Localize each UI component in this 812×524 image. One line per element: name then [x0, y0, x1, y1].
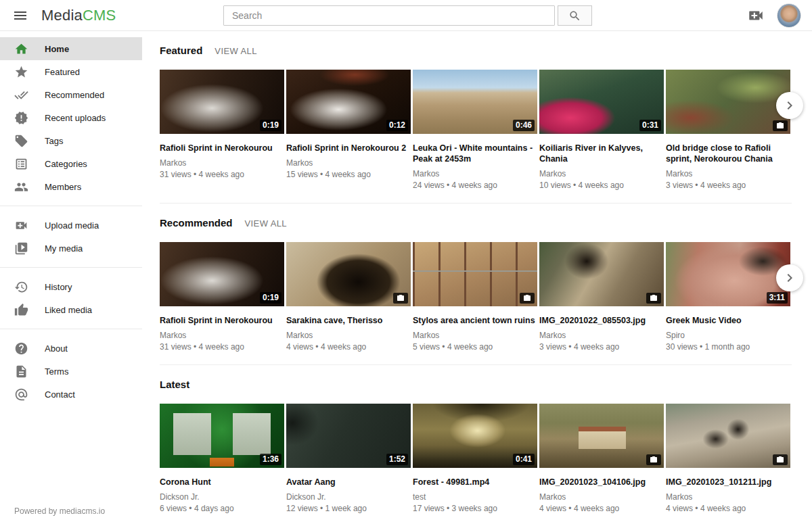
scroll-right-button[interactable]	[776, 264, 803, 291]
media-thumbnail[interactable]	[286, 242, 411, 306]
sidebar-item-home[interactable]: Home	[0, 37, 142, 60]
media-card: 0:46 Leuka Ori - White mountains - Peak …	[413, 70, 537, 190]
media-author[interactable]: Dickson Jr.	[286, 492, 411, 502]
view-all-link[interactable]: VIEW ALL	[245, 218, 287, 229]
categories-icon	[14, 157, 28, 171]
media-meta: 3 views • 4 weeks ago	[666, 181, 790, 190]
search-bar	[223, 5, 592, 26]
media-meta: 10 views • 4 weeks ago	[539, 181, 664, 190]
media-thumbnail[interactable]: 1:36	[160, 404, 284, 468]
media-card: IMG_20201023_101211.jpg Markos 4 views •…	[666, 404, 790, 513]
video-upload-icon[interactable]	[747, 7, 765, 24]
media-author[interactable]: test	[413, 492, 537, 502]
duration-badge: 0:31	[639, 120, 661, 131]
sidebar-item-history[interactable]: History	[0, 275, 142, 298]
sidebar-item-contact[interactable]: Contact	[0, 383, 142, 406]
media-card: 0:31 Koiliaris River in Kalyves, Chania …	[539, 70, 664, 190]
sidebar-item-label: Liked media	[45, 305, 92, 315]
view-all-link[interactable]: VIEW ALL	[215, 46, 256, 56]
media-title[interactable]: IMG_20201022_085503.jpg	[539, 315, 664, 326]
media-meta: 4 views • 4 weeks ago	[666, 504, 790, 513]
media-thumbnail[interactable]: 0:41	[413, 404, 537, 468]
photo-badge	[393, 293, 408, 304]
media-title[interactable]: Forest - 49981.mp4	[413, 477, 537, 487]
media-title[interactable]: Stylos area ancient town ruins	[413, 315, 537, 326]
media-thumbnail[interactable]: 3:11	[666, 242, 790, 306]
media-meta: 4 views • 4 weeks ago	[286, 342, 411, 352]
sidebar-item-tags[interactable]: Tags	[0, 129, 142, 152]
media-author[interactable]: Markos	[539, 331, 664, 340]
media-author[interactable]: Markos	[286, 331, 411, 340]
section-title: Recommended	[160, 217, 233, 229]
media-thumbnail[interactable]: 0:31	[539, 70, 664, 134]
media-author[interactable]: Markos	[286, 158, 411, 168]
media-thumbnail[interactable]	[539, 242, 664, 306]
media-title[interactable]: Leuka Ori - White mountains - Peak at 24…	[413, 143, 537, 164]
media-title[interactable]: Old bridge close to Rafioli sprint, Nero…	[666, 143, 790, 164]
done-all-icon	[14, 88, 28, 102]
section-recommended: Recommended VIEW ALL 0:19 Rafioli Sprint…	[160, 204, 792, 365]
media-row: 0:19 Rafioli Sprint in Nerokourou Markos…	[160, 70, 792, 190]
sidebar-item-upload-media[interactable]: Upload media	[0, 214, 142, 237]
media-thumbnail[interactable]: 0:46	[413, 70, 537, 134]
media-card: Old bridge close to Rafioli sprint, Nero…	[666, 70, 790, 190]
media-title[interactable]: IMG_20201023_101211.jpg	[666, 477, 790, 487]
sidebar-item-members[interactable]: Members	[0, 175, 142, 198]
sidebar-item-about[interactable]: About	[0, 337, 142, 360]
media-title[interactable]: Avatar Aang	[286, 477, 411, 487]
media-title[interactable]: Greek Music Video	[666, 315, 790, 326]
sidebar-item-featured[interactable]: Featured	[0, 60, 142, 83]
media-meta: 12 views • 1 week ago	[286, 504, 411, 513]
media-thumbnail[interactable]: 1:52	[286, 404, 411, 468]
media-meta: 30 views • 1 month ago	[666, 342, 790, 352]
media-author[interactable]: Markos	[666, 492, 790, 502]
search-input[interactable]	[223, 5, 555, 26]
media-thumbnail[interactable]: 0:19	[160, 70, 284, 134]
duration-badge: 0:19	[260, 292, 281, 304]
media-author[interactable]: Markos	[413, 169, 537, 178]
user-avatar[interactable]	[777, 3, 801, 28]
media-title[interactable]: IMG_20201023_104106.jpg	[539, 477, 664, 487]
sidebar-item-recommended[interactable]: Recommended	[0, 83, 142, 106]
media-title[interactable]: Rafioli Sprint in Nerokourou	[160, 143, 284, 153]
media-thumbnail[interactable]: 0:19	[160, 242, 284, 306]
sidebar-item-terms[interactable]: Terms	[0, 360, 142, 383]
search-button[interactable]	[558, 5, 592, 26]
media-title[interactable]: Sarakina cave, Therisso	[286, 315, 411, 326]
photo-icon	[650, 456, 658, 464]
top-header: MediaCMS	[0, 0, 812, 31]
media-card: 0:41 Forest - 49981.mp4 test 17 views • …	[413, 404, 537, 513]
powered-by-text[interactable]: Powered by mediacms.io	[0, 506, 142, 516]
media-title[interactable]: Rafioli Sprint in Nerokourou	[160, 315, 284, 326]
media-author[interactable]: Markos	[160, 158, 284, 168]
search-icon	[568, 9, 581, 22]
media-meta: 31 views • 4 weeks ago	[160, 170, 284, 179]
sidebar-item-my-media[interactable]: My media	[0, 237, 142, 260]
logo[interactable]: MediaCMS	[41, 7, 116, 24]
media-thumbnail[interactable]: 0:12	[286, 70, 411, 134]
photo-badge	[646, 293, 661, 304]
media-thumbnail[interactable]	[539, 404, 664, 468]
media-author[interactable]: Markos	[666, 169, 790, 178]
menu-icon[interactable]	[12, 7, 28, 24]
media-thumbnail[interactable]	[413, 242, 537, 306]
media-author[interactable]: Markos	[160, 331, 284, 340]
media-title[interactable]: Koiliaris River in Kalyves, Chania	[539, 143, 664, 164]
media-card: 0:12 Rafioli Sprint in Nerokourou 2 Mark…	[286, 70, 411, 190]
sidebar-item-recent-uploads[interactable]: Recent uploads	[0, 106, 142, 129]
scroll-right-button[interactable]	[776, 92, 803, 119]
duration-badge: 0:46	[513, 120, 535, 131]
media-author[interactable]: Spiro	[666, 331, 790, 340]
media-thumbnail[interactable]	[666, 70, 790, 134]
media-card: Sarakina cave, Therisso Markos 4 views •…	[286, 242, 411, 352]
media-title[interactable]: Corona Hunt	[160, 477, 284, 487]
media-author[interactable]: Dickson Jr.	[160, 492, 284, 502]
sidebar-item-categories[interactable]: Categories	[0, 152, 142, 175]
media-author[interactable]: Markos	[413, 331, 537, 340]
media-thumbnail[interactable]	[666, 404, 790, 468]
media-author[interactable]: Markos	[539, 169, 664, 178]
media-title[interactable]: Rafioli Sprint in Nerokourou 2	[286, 143, 411, 153]
sidebar-item-liked-media[interactable]: Liked media	[0, 298, 142, 321]
media-meta: 17 views • 3 weeks ago	[413, 504, 537, 513]
media-author[interactable]: Markos	[539, 492, 664, 502]
